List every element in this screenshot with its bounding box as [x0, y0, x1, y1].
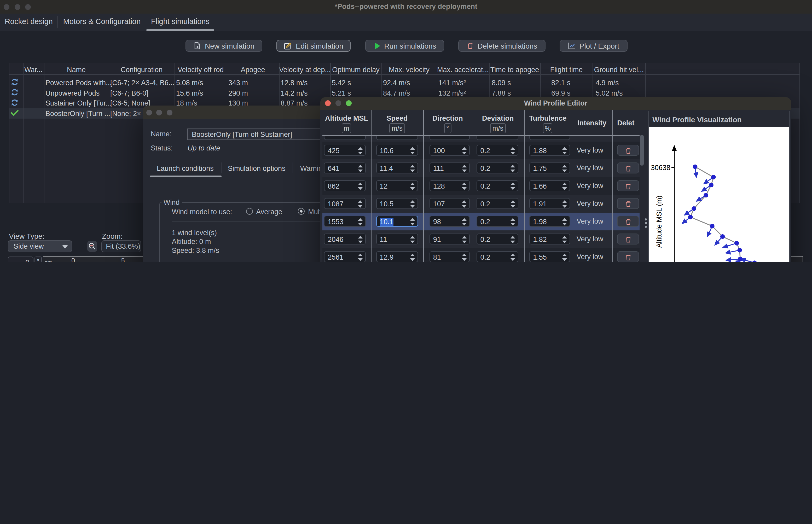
svg-text:Altitude MSL (m): Altitude MSL (m)	[655, 195, 663, 248]
svg-text:5: 5	[121, 257, 125, 262]
svg-text:0: 0	[71, 257, 75, 262]
svg-text:30638: 30638	[651, 164, 671, 171]
